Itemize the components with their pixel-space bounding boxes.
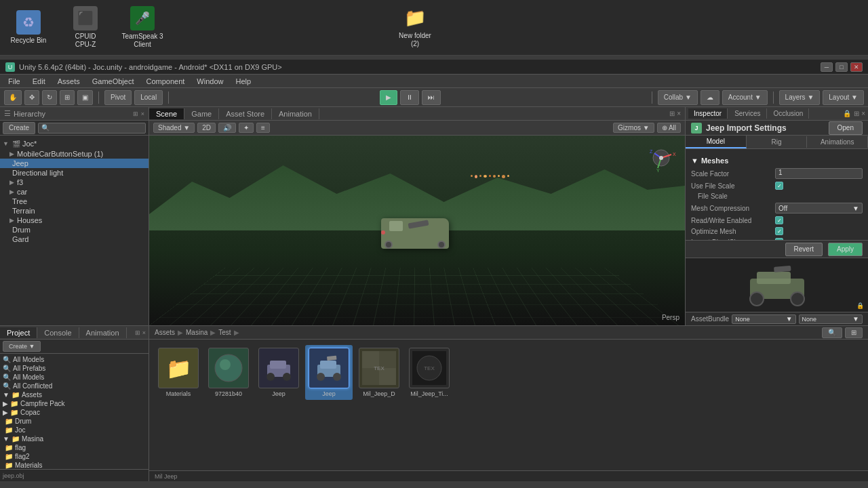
asset-97281b40[interactable]: 97281b40 xyxy=(205,345,252,400)
revert-btn[interactable]: Revert xyxy=(785,243,823,256)
breadcrumb-test[interactable]: Test xyxy=(218,329,231,336)
hier-scene-root[interactable]: ▼ 🎬 Joc* xyxy=(0,138,149,149)
search-all-models[interactable]: 🔍 All Models xyxy=(0,355,149,364)
use-file-scale-check[interactable]: ✓ xyxy=(775,182,783,190)
tab-project[interactable]: Project xyxy=(0,327,37,338)
play-btn[interactable]: ▶ xyxy=(380,90,397,105)
breadcrumb-assets[interactable]: Assets xyxy=(155,329,175,336)
pivot-btn[interactable]: Pivot xyxy=(104,90,132,105)
asset-bundle-dropdown[interactable]: None▼ xyxy=(732,314,795,324)
asset-materials-folder[interactable]: 📁 Materials xyxy=(155,345,202,400)
maximize-btn[interactable]: □ xyxy=(835,62,848,72)
drum-folder[interactable]: 📁 Drum xyxy=(0,417,149,426)
tab-scene[interactable]: Scene xyxy=(149,108,184,119)
layout-btn[interactable]: Layout ▼ xyxy=(823,90,864,105)
hier-tree[interactable]: Tree xyxy=(0,197,149,206)
menu-assets[interactable]: Assets xyxy=(52,76,85,87)
campfire-folder[interactable]: ▶ 📁 Campfire Pack xyxy=(0,399,149,408)
svg-rect-23 xyxy=(327,356,336,361)
apply-btn[interactable]: Apply xyxy=(828,243,863,256)
hierarchy-create-btn[interactable]: Create xyxy=(3,122,35,134)
rect-tool[interactable]: ▣ xyxy=(77,90,93,105)
project-create-btn[interactable]: Create ▼ xyxy=(3,341,41,352)
hier-jeep[interactable]: Jeep xyxy=(0,159,149,168)
asset-mil-jeep-ti[interactable]: TEX Mil_Jeep_Ti... xyxy=(406,345,453,400)
search-all-prefabs[interactable]: 🔍 All Prefabs xyxy=(0,364,149,373)
asset-jeep-selected[interactable]: Jeep xyxy=(305,345,353,400)
menu-component[interactable]: Component xyxy=(140,76,190,87)
recycle-bin-icon[interactable]: Recycle Bin xyxy=(7,10,50,45)
move-tool[interactable]: ✥ xyxy=(24,90,39,105)
menu-edit[interactable]: Edit xyxy=(27,76,51,87)
asset-bundle-variant[interactable]: None▼ xyxy=(799,314,863,324)
model-tab-model[interactable]: Model xyxy=(686,136,747,148)
tab-animation[interactable]: Animation xyxy=(272,108,319,119)
model-tab-rig[interactable]: Rig xyxy=(747,136,808,148)
collab-btn[interactable]: Collab ▼ xyxy=(658,90,698,105)
shaded-btn[interactable]: Shaded ▼ xyxy=(153,123,195,133)
hier-mobile-car[interactable]: ▶ MobileCarButtonSetup (1) xyxy=(0,149,149,159)
inspector-lock[interactable]: 🔒 xyxy=(843,110,851,117)
search-all-btn[interactable]: ⊕ All xyxy=(657,123,681,133)
tab-console[interactable]: Console xyxy=(37,327,79,338)
tab-asset-store[interactable]: Asset Store xyxy=(219,108,272,119)
rotate-tool[interactable]: ↻ xyxy=(42,90,57,105)
hier-f3[interactable]: ▶ f3 xyxy=(0,178,149,187)
hier-terrain[interactable]: Terrain xyxy=(0,206,149,216)
scene-view[interactable]: X Y Z Persp xyxy=(149,136,685,325)
masina-folder[interactable]: ▼ 📁 Masina xyxy=(0,434,149,443)
model-tab-animations[interactable]: Animations xyxy=(807,136,868,148)
breadcrumb-masina[interactable]: Masina xyxy=(186,329,208,336)
mesh-compression-dropdown[interactable]: Off▼ xyxy=(775,203,863,214)
search-all-conflicted[interactable]: 🔍 All Conflicted xyxy=(0,382,149,390)
new-folder-icon[interactable]: New folder(2) xyxy=(393,5,437,48)
asset-jeep-model[interactable]: Jeep xyxy=(255,345,302,400)
hier-dirlight[interactable]: Directional light xyxy=(0,168,149,178)
assets-root[interactable]: ▼ 📁 Assets xyxy=(0,390,149,399)
close-btn[interactable]: ✕ xyxy=(850,62,863,72)
scale-tool[interactable]: ⊞ xyxy=(60,90,75,105)
cloud-btn[interactable]: ☁ xyxy=(701,90,719,105)
layers-btn[interactable]: Layers ▼ xyxy=(779,90,821,105)
menu-help[interactable]: Help xyxy=(230,76,256,87)
menu-window[interactable]: Window xyxy=(191,76,229,87)
optimize-mesh-check[interactable]: ✓ xyxy=(775,227,783,235)
tab-inspector[interactable]: Inspector xyxy=(688,108,728,119)
tab-occlusion[interactable]: Occlusion xyxy=(768,108,810,119)
tab-animation-bottom[interactable]: Animation xyxy=(79,327,127,338)
scale-factor-input[interactable]: 1 xyxy=(775,168,863,179)
materials-folder-tree[interactable]: 📁 Materials xyxy=(0,461,149,469)
minimize-btn[interactable]: ─ xyxy=(821,62,833,72)
open-btn[interactable]: Open xyxy=(829,121,863,135)
tab-services[interactable]: Services xyxy=(729,108,766,119)
menu-file[interactable]: File xyxy=(3,76,26,87)
pause-btn[interactable]: ⏸ xyxy=(400,90,419,105)
hier-gard[interactable]: Gard xyxy=(0,235,149,244)
hier-houses[interactable]: ▶ Houses xyxy=(0,216,149,225)
lighting-btn[interactable]: 🔊 xyxy=(218,123,236,133)
hier-car[interactable]: ▶ car xyxy=(0,187,149,197)
step-btn[interactable]: ⏭ xyxy=(422,90,441,105)
asset-thumb-folder: 📁 xyxy=(158,348,199,388)
tab-game[interactable]: Game xyxy=(184,108,219,119)
assets-view-btn[interactable]: ⊞ xyxy=(845,327,863,338)
hand-tool[interactable]: ✋ xyxy=(4,90,22,105)
fx-btn[interactable]: ✦ xyxy=(239,123,254,133)
teamspeak-icon[interactable]: TeamSpeak 3Client xyxy=(121,6,164,49)
cpuid-icon[interactable]: CPUIDCPU-Z xyxy=(64,6,107,49)
search-all-materials[interactable]: 🔍 All Models xyxy=(0,373,149,382)
asset-mil-jeep-d[interactable]: TEX Mil_Jeep_D xyxy=(355,345,403,400)
2d-btn[interactable]: 2D xyxy=(197,123,216,133)
gizmos-btn[interactable]: Gizmos ▼ xyxy=(613,123,654,133)
read-write-check[interactable]: ✓ xyxy=(775,216,783,224)
hier-drum[interactable]: Drum xyxy=(0,225,149,235)
assets-search-btn[interactable]: 🔍 xyxy=(822,327,842,338)
flag2-folder[interactable]: 📁 flag2 xyxy=(0,452,149,461)
scene-options-btn[interactable]: ≡ xyxy=(256,123,270,133)
copac-folder[interactable]: ▶ 📁 Copac xyxy=(0,408,149,417)
account-btn[interactable]: Account ▼ xyxy=(722,90,768,105)
local-btn[interactable]: Local xyxy=(134,90,163,105)
flag-folder[interactable]: 📁 flag xyxy=(0,443,149,452)
joc-folder[interactable]: 📁 Joc xyxy=(0,426,149,434)
menu-gameobject[interactable]: GameObject xyxy=(87,76,140,87)
